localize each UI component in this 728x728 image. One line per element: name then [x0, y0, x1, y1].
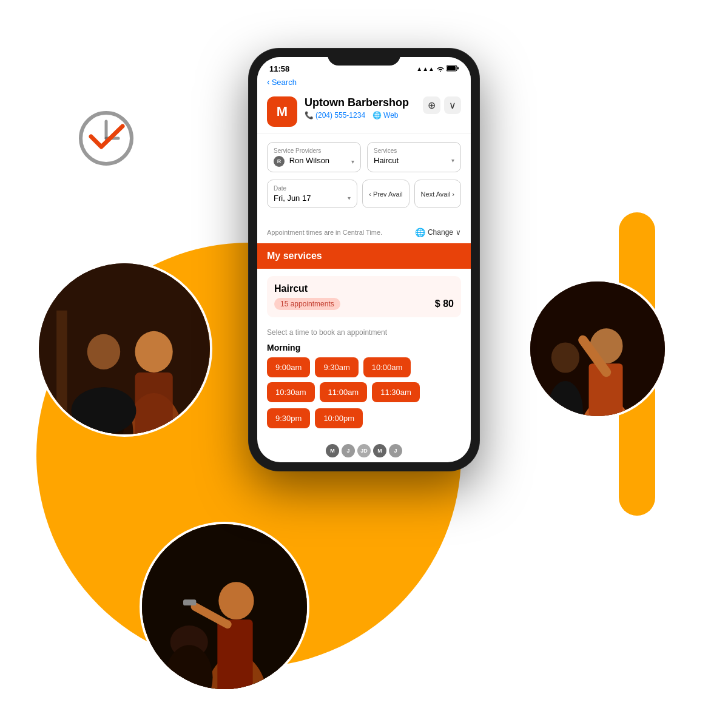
svg-point-16 [551, 342, 579, 372]
date-row: Date Fri, Jun 17 ▾ ‹ Prev Avail Next Ava… [267, 180, 461, 208]
avatar-jd: JD [357, 444, 371, 457]
battery-icon [447, 65, 459, 73]
svg-rect-21 [217, 619, 252, 692]
service-chevron: ▾ [451, 157, 454, 164]
avatar-m2: M [373, 444, 386, 457]
provider-field[interactable]: Service Providers R Ron Wilson ▾ [267, 142, 361, 172]
date-value: Fri, Jun 17 ▾ [274, 194, 351, 203]
web-link[interactable]: 🌐 Web [372, 111, 398, 120]
status-icons: ▲▲▲ [416, 65, 459, 73]
back-button[interactable]: ‹ Search [267, 77, 461, 87]
phone-mockup: 11:58 ▲▲▲ ‹ Search [249, 49, 479, 471]
avatar-j2: J [389, 444, 402, 457]
phone-notch [328, 49, 400, 66]
time-section: Select a time to book an appointment Mor… [257, 325, 471, 439]
morning-time-grid: 9:00am 9:30am 10:00am 10:30am 11:00am 11… [267, 357, 461, 402]
service-field[interactable]: Services Haircut ▾ [367, 142, 461, 172]
service-value: Haircut ▾ [374, 156, 454, 165]
avatar-j1: J [342, 444, 355, 457]
signal-icon: ▲▲▲ [416, 66, 434, 72]
booking-form: Service Providers R Ron Wilson ▾ Service… [257, 133, 471, 224]
bottom-avatars: M J JD M J [257, 439, 471, 462]
phone-link[interactable]: 📞 (204) 555-1234 [305, 111, 365, 120]
business-logo: M [267, 96, 297, 127]
header-controls: ⊕ ∨ [423, 96, 461, 114]
time-slot-930[interactable]: 9:30am [315, 357, 358, 377]
timezone-row: Appointment times are in Central Time. 🌐… [257, 224, 471, 243]
time-slot-2130[interactable]: 9:30pm [267, 408, 310, 428]
globe-icon: 🌐 [372, 111, 382, 120]
photo-barber-bottom [140, 522, 309, 692]
time-slot-900[interactable]: 9:00am [267, 357, 310, 377]
provider-value: R Ron Wilson ▾ [274, 156, 354, 167]
next-avail-button[interactable]: Next Avail › [414, 180, 461, 208]
avatar-m1: M [326, 444, 339, 457]
time-slot-1130[interactable]: 11:30am [372, 382, 420, 402]
prev-chevron-icon: ‹ [369, 190, 371, 198]
morning-label: Morning [267, 343, 461, 352]
change-chevron-icon: ∨ [456, 228, 461, 237]
service-meta: 15 appointments $ 80 [274, 298, 454, 310]
status-time: 11:58 [269, 64, 289, 73]
select-time-text: Select a time to book an appointment [267, 328, 461, 337]
business-header: M Uptown Barbershop 📞 (204) 555-1234 🌐 W… [257, 90, 471, 133]
photo-barber-left [36, 261, 212, 437]
clock-check-icon [73, 103, 140, 172]
business-name: Uptown Barbershop [305, 96, 416, 109]
services-section-header: My services [257, 243, 471, 269]
date-field[interactable]: Date Fri, Jun 17 ▾ [267, 180, 357, 208]
service-price: $ 80 [435, 298, 454, 309]
display-button[interactable]: ⊕ [423, 96, 440, 114]
phone-icon: 📞 [305, 111, 314, 120]
svg-point-20 [218, 582, 254, 619]
nav-bar: ‹ Search [257, 76, 471, 90]
appointments-badge: 15 appointments [274, 298, 340, 310]
service-card-name: Haircut [274, 283, 454, 294]
wifi-icon [436, 66, 445, 73]
business-contacts: 📞 (204) 555-1234 🌐 Web [305, 111, 416, 120]
globe-icon: 🌐 [415, 228, 425, 237]
time-slot-1100[interactable]: 11:00am [320, 382, 368, 402]
date-chevron: ▾ [348, 195, 351, 201]
svg-rect-25 [183, 599, 196, 605]
provider-service-row: Service Providers R Ron Wilson ▾ Service… [267, 142, 461, 172]
business-info: Uptown Barbershop 📞 (204) 555-1234 🌐 Web [305, 96, 416, 120]
svg-point-5 [135, 331, 173, 372]
svg-rect-10 [56, 311, 67, 417]
provider-display: R Ron Wilson [274, 156, 329, 167]
svg-rect-28 [457, 67, 459, 70]
service-card: Haircut 15 appointments $ 80 [267, 276, 461, 317]
time-slot-2200[interactable]: 10:00pm [315, 408, 363, 428]
next-chevron-icon: › [452, 190, 454, 198]
prev-avail-button[interactable]: ‹ Prev Avail [362, 180, 409, 208]
change-timezone-button[interactable]: 🌐 Change ∨ [415, 228, 461, 237]
evening-time-grid: 9:30pm 10:00pm [267, 408, 461, 428]
provider-chevron: ▾ [351, 158, 354, 165]
svg-point-8 [87, 334, 120, 369]
time-slot-1000[interactable]: 10:00am [363, 357, 411, 377]
time-slot-1030[interactable]: 10:30am [267, 382, 315, 402]
provider-avatar: R [274, 156, 285, 167]
more-button[interactable]: ∨ [444, 96, 461, 114]
svg-rect-27 [447, 66, 456, 70]
photo-barber-right [528, 279, 667, 419]
